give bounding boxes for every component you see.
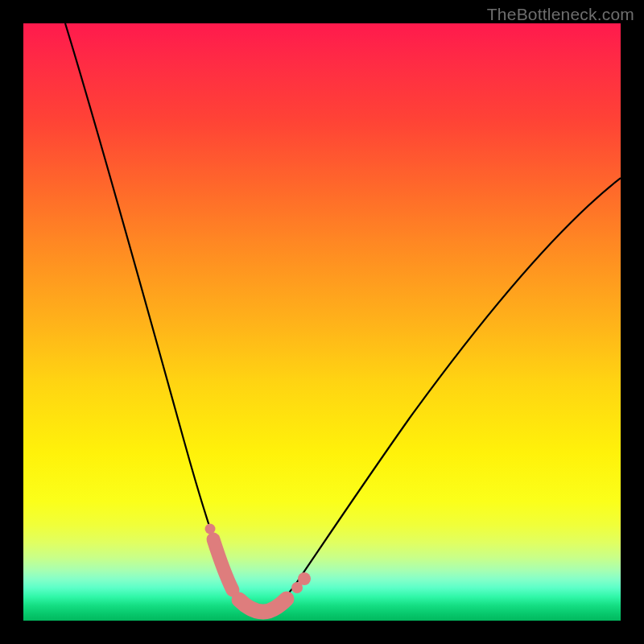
highlight-left (213, 539, 233, 590)
highlight-right-dot-b (298, 572, 311, 585)
highlight-trough (239, 599, 287, 612)
curve-svg (23, 23, 621, 621)
highlight-left-dot (205, 524, 216, 535)
watermark-label: TheBottleneck.com (487, 5, 634, 24)
chart-frame: TheBottleneck.com (0, 0, 644, 644)
plot-area (23, 23, 621, 621)
bottleneck-curve (65, 23, 621, 612)
